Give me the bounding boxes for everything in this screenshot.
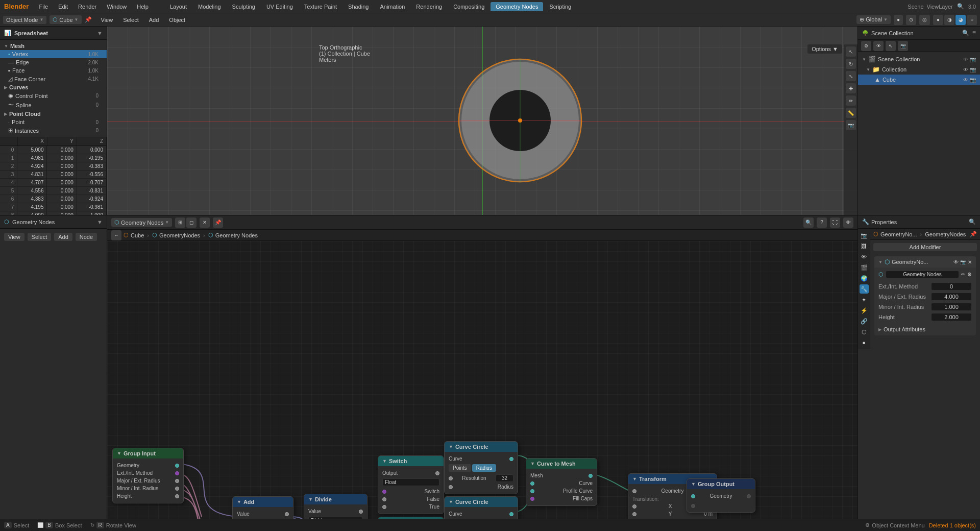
prop-height-field[interactable] <box>931 313 972 321</box>
trans-tx-in[interactable] <box>632 504 636 509</box>
node-zoom-icon[interactable]: 🔍 <box>803 218 814 228</box>
add-btn[interactable]: Add <box>54 233 72 241</box>
menu-edit[interactable]: Edit <box>54 3 72 11</box>
menu-file[interactable]: File <box>35 3 52 11</box>
gi-height-port[interactable] <box>175 494 179 498</box>
filter-select[interactable]: ↖ <box>886 41 896 51</box>
props-search-icon[interactable]: 🔍 <box>969 219 976 225</box>
menu-select[interactable]: Select <box>119 16 143 24</box>
tab-compositing[interactable]: Compositing <box>448 2 489 11</box>
sw1-switch-in[interactable] <box>382 490 386 494</box>
ctm-profile-port[interactable] <box>530 489 534 493</box>
props-pin-icon[interactable]: 📌 <box>970 231 977 237</box>
node-view-icon[interactable]: ◻ <box>186 218 197 228</box>
gi-major-port[interactable] <box>175 479 179 483</box>
prop-scene-icon[interactable]: 🎬 <box>860 263 869 272</box>
overlay-btn[interactable]: ⊙ <box>906 15 916 25</box>
div1-operation[interactable]: Divide <box>308 517 363 519</box>
tab-layout[interactable]: Layout <box>165 2 192 11</box>
cube-item[interactable]: ▲ Cube 👁 📷 <box>858 75 980 85</box>
tool-measure[interactable]: 📏 <box>846 108 856 118</box>
tab-rendering[interactable]: Rendering <box>411 2 447 11</box>
bc-geo-label[interactable]: GeometryNodes <box>159 232 200 238</box>
cc1-curve-port[interactable] <box>509 457 513 461</box>
ctm-curve-in-port[interactable] <box>530 481 534 486</box>
tab-modeling[interactable]: Modeling <box>193 2 226 11</box>
prop-world-icon[interactable]: 🌍 <box>860 274 869 283</box>
sw1-out[interactable] <box>435 471 439 475</box>
tab-scripting[interactable]: Scripting <box>544 2 576 11</box>
tool-rotate[interactable]: ↻ <box>846 59 856 69</box>
select-btn[interactable]: Select <box>28 233 52 241</box>
mod-close-icon[interactable]: ✕ <box>968 259 972 265</box>
tab-shading[interactable]: Shading <box>343 2 374 11</box>
gi-minor-port[interactable] <box>175 487 179 491</box>
face-corner-item[interactable]: ◿ Face Corner 4.1K <box>0 75 107 83</box>
viewport-options[interactable]: Options ▼ <box>807 44 842 54</box>
filter-render[interactable]: 📷 <box>898 41 908 51</box>
filter-icon[interactable]: ⚙ <box>861 41 871 51</box>
cube-eye-icon[interactable]: 👁 <box>963 77 968 83</box>
tool-annotate[interactable]: ✏ <box>846 95 856 106</box>
search-icon[interactable]: 🔍 <box>956 2 965 11</box>
tool-camera[interactable]: 📷 <box>846 120 856 130</box>
wireframe-shading[interactable]: ○ <box>967 15 977 25</box>
prop-data-icon[interactable]: ⬡ <box>860 327 869 336</box>
cc1-radius-in[interactable] <box>449 485 453 489</box>
viewport-3d[interactable]: Top Orthographic (1) Collection | Cube M… <box>107 27 857 215</box>
prop-physics-icon[interactable]: ⚡ <box>860 306 869 315</box>
node-fullscreen-icon[interactable]: ⛶ <box>830 218 840 228</box>
mod-chevron[interactable]: ▼ <box>878 260 883 264</box>
trans-geo-in[interactable] <box>632 489 636 493</box>
mod-eye-icon[interactable]: 👁 <box>953 259 959 265</box>
cc1-res-in[interactable] <box>449 476 453 480</box>
tool-scale[interactable]: ⤡ <box>846 71 856 81</box>
sc-eye-icon[interactable]: 👁 <box>963 57 968 62</box>
menu-render[interactable]: Render <box>74 3 101 11</box>
node-btn[interactable]: Node <box>76 233 97 241</box>
filter-visibility[interactable]: 👁 <box>873 41 884 51</box>
menu-object[interactable]: Object <box>165 16 189 24</box>
div1-out[interactable] <box>359 510 363 514</box>
menu-help[interactable]: Help <box>133 3 153 11</box>
go-geo-port[interactable] <box>691 494 695 498</box>
mode-dropdown[interactable]: Object Mode ▼ <box>3 16 46 24</box>
prop-view-icon[interactable]: 👁 <box>860 252 869 261</box>
rendered-shading[interactable]: ◕ <box>955 15 966 25</box>
instances-item[interactable]: ⊞ Instances 0 <box>0 126 107 135</box>
add-modifier-btn[interactable]: Add Modifier <box>873 243 977 251</box>
xray-btn[interactable]: ◎ <box>919 15 930 25</box>
gi-geometry-port[interactable] <box>175 464 179 468</box>
trans-ty-in[interactable] <box>632 512 636 516</box>
prop-particles-icon[interactable]: ✦ <box>860 295 869 304</box>
mod-settings-icon[interactable]: ⚙ <box>967 272 972 277</box>
global-dropdown[interactable]: ⊕ Global ▼ <box>856 15 891 24</box>
output-attrs-row[interactable]: ▶ Output Attributes <box>878 326 972 332</box>
node-close-icon[interactable]: ✕ <box>200 218 210 228</box>
col-eye-icon[interactable]: 👁 <box>963 67 968 73</box>
tab-sculpting[interactable]: Sculpting <box>227 2 260 11</box>
spreadsheet-dropdown[interactable]: ▼ <box>97 30 103 36</box>
prop-modifier-icon[interactable]: 🔧 <box>860 284 869 294</box>
solid-shading[interactable]: ● <box>933 15 943 25</box>
tool-transform[interactable]: ✚ <box>846 83 856 93</box>
mod-geo-name-field[interactable] <box>886 271 959 278</box>
spline-item[interactable]: 〜 Spline 0 <box>0 100 107 110</box>
node-overlay-icon[interactable]: 👁 <box>843 218 853 228</box>
collection-item[interactable]: ▼ 📁 Collection 👁 📷 <box>858 64 980 75</box>
prop-major-field[interactable] <box>931 293 972 301</box>
prop-constraints-icon[interactable]: 🔗 <box>860 317 869 326</box>
node-grid-icon[interactable]: ⊞ <box>175 218 185 228</box>
curves-header[interactable]: ▶ Curves <box>0 83 107 91</box>
node-canvas[interactable]: ▼ Group Input Geometry Ext./Int. Method <box>107 241 857 519</box>
add-value-port[interactable] <box>285 512 289 516</box>
cc1-resolution-field[interactable] <box>496 474 513 482</box>
outliner-search-icon[interactable]: 🔍 <box>962 30 969 36</box>
point-cloud-header[interactable]: ▶ Point Cloud <box>0 110 107 118</box>
point-item[interactable]: · Point 0 <box>0 118 107 126</box>
tool-arrow[interactable]: ↖ <box>846 46 856 57</box>
bc-cube[interactable]: ⬡ <box>124 232 129 238</box>
sw1-false-in[interactable] <box>382 497 386 501</box>
menu-view[interactable]: View <box>97 16 117 24</box>
outliner-menu-icon[interactable]: ☰ <box>972 31 976 35</box>
